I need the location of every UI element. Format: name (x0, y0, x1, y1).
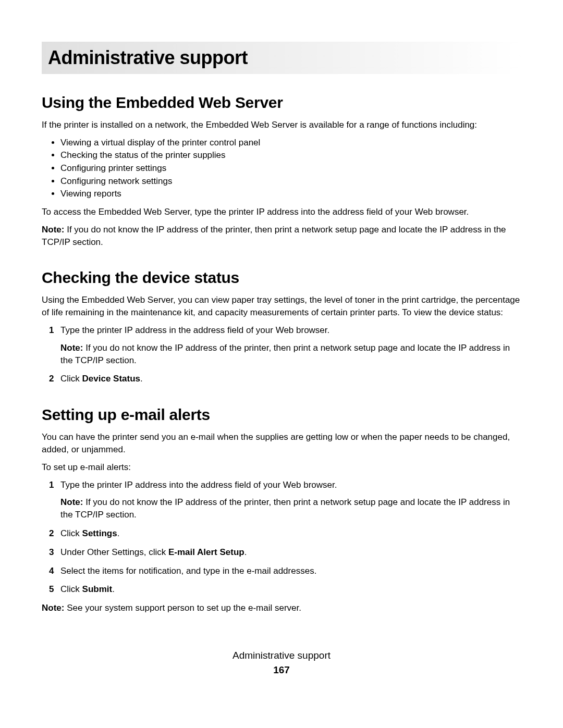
step-number: 2 (49, 373, 54, 385)
note-body: See your system support person to set up… (64, 603, 301, 613)
step-note: Note: If you do not know the IP address … (60, 342, 521, 367)
step-text-suffix: . (140, 374, 143, 384)
step-item: 1 Type the printer IP address in the add… (49, 324, 521, 366)
step-item: 1 Type the printer IP address into the a… (49, 479, 521, 521)
page-footer: Administrative support 167 (0, 650, 563, 676)
section2-intro: Using the Embedded Web Server, you can v… (42, 294, 521, 319)
section3-steps: 1 Type the printer IP address into the a… (49, 479, 521, 596)
step-text-suffix: . (112, 584, 115, 594)
section1-note: Note: If you do not know the IP address … (42, 224, 521, 249)
step-number: 4 (49, 565, 54, 577)
list-item: Configuring network settings (60, 175, 521, 188)
section-heading-ews: Using the Embedded Web Server (42, 94, 521, 112)
step-item: 3 Under Other Settings, click E-mail Ale… (49, 546, 521, 559)
list-item: Configuring printer settings (60, 162, 521, 175)
section-heading-status: Checking the device status (42, 269, 521, 287)
list-item: Checking the status of the printer suppl… (60, 149, 521, 162)
note-label: Note: (42, 225, 64, 235)
step-number: 5 (49, 583, 54, 596)
section-heading-email: Setting up e-mail alerts (42, 406, 521, 424)
step-text-suffix: . (244, 547, 247, 557)
page-number: 167 (0, 664, 563, 676)
step-text-bold: Settings (82, 528, 117, 538)
step-text: Type the printer IP address into the add… (60, 480, 337, 490)
step-text-bold: E-mail Alert Setup (168, 547, 244, 557)
step-text-prefix: Click (60, 584, 82, 594)
section1-bullets: Viewing a virtual display of the printer… (60, 137, 521, 201)
step-text-prefix: Under Other Settings, click (60, 547, 168, 557)
step-text: Type the printer IP address in the addre… (60, 325, 329, 335)
step-item: 4 Select the items for notification, and… (49, 565, 521, 577)
step-item: 5 Click Submit. (49, 583, 521, 596)
section2-steps: 1 Type the printer IP address in the add… (49, 324, 521, 385)
step-number: 1 (49, 479, 54, 491)
note-label: Note: (60, 343, 83, 353)
step-item: 2 Click Device Status. (49, 373, 521, 385)
note-label: Note: (42, 603, 64, 613)
note-body: If you do not know the IP address of the… (60, 497, 510, 520)
footer-title: Administrative support (0, 650, 563, 661)
section3-intro: You can have the printer send you an e-m… (42, 431, 521, 456)
list-item: Viewing reports (60, 188, 521, 201)
section1-intro: If the printer is installed on a network… (42, 119, 521, 131)
note-body: If you do not know the IP address of the… (60, 343, 510, 365)
step-number: 3 (49, 546, 54, 559)
step-number: 1 (49, 324, 54, 337)
step-note: Note: If you do not know the IP address … (60, 496, 521, 521)
step-number: 2 (49, 527, 54, 540)
chapter-title: Administrative support (42, 42, 521, 74)
section3-note: Note: See your system support person to … (42, 602, 521, 614)
step-text-bold: Submit (82, 584, 113, 594)
section1-access: To access the Embedded Web Server, type … (42, 206, 521, 218)
step-text-prefix: Click (60, 528, 82, 538)
step-text-bold: Device Status (82, 374, 141, 384)
step-text: Select the items for notification, and t… (60, 566, 316, 576)
step-text-suffix: . (117, 528, 120, 538)
note-label: Note: (60, 497, 83, 507)
list-item: Viewing a virtual display of the printer… (60, 137, 521, 150)
step-item: 2 Click Settings. (49, 527, 521, 540)
step-text-prefix: Click (60, 374, 82, 384)
section3-lead: To set up e-mail alerts: (42, 461, 521, 474)
note-body: If you do not know the IP address of the… (42, 225, 506, 247)
